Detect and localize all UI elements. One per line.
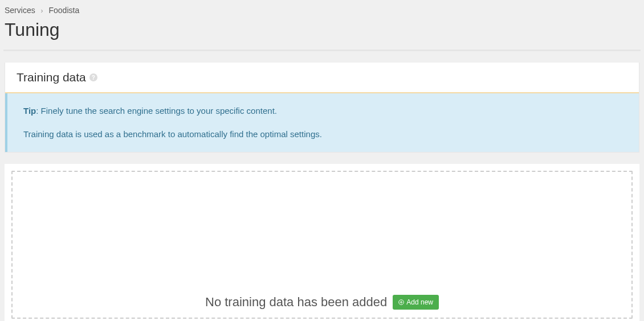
breadcrumb: Services › Foodista <box>0 0 644 17</box>
empty-state: No training data has been added Add new <box>205 295 439 313</box>
add-new-label: Add new <box>406 298 433 306</box>
training-data-drop-area[interactable]: No training data has been added Add new <box>11 171 633 319</box>
panel-header: Training data ? <box>5 63 639 93</box>
help-icon[interactable]: ? <box>89 73 97 81</box>
breadcrumb-current[interactable]: Foodista <box>48 6 79 15</box>
add-new-button[interactable]: Add new <box>393 295 439 310</box>
plus-circle-icon <box>398 299 404 305</box>
tip-alert: Tip: Finely tune the search engine setti… <box>5 93 639 152</box>
tip-label: Tip <box>23 106 36 116</box>
empty-message: No training data has been added <box>205 295 387 310</box>
page-title: Tuning <box>0 17 644 50</box>
chevron-right-icon: › <box>41 7 43 15</box>
tip-line1: : Finely tune the search engine settings… <box>36 106 277 116</box>
tip-line2: Training data is used as a benchmark to … <box>23 128 623 141</box>
panel-heading: Training data <box>17 71 86 84</box>
main-content: No training data has been added Add new <box>5 164 639 321</box>
breadcrumb-parent[interactable]: Services <box>5 6 35 15</box>
training-data-panel: Training data ? Tip: Finely tune the sea… <box>5 63 639 153</box>
divider <box>3 50 641 51</box>
